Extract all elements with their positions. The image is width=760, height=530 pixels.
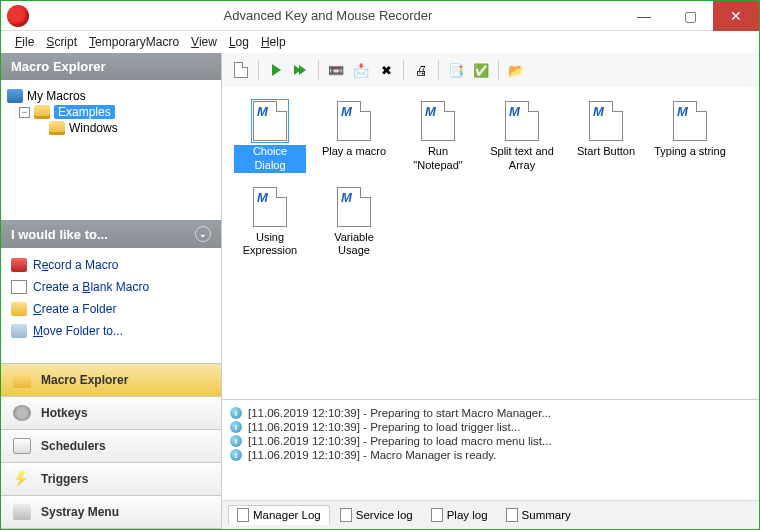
macro-file-icon — [673, 101, 707, 141]
log-body[interactable]: i[11.06.2019 12:10:39] - Preparing to st… — [222, 400, 759, 500]
file-item[interactable]: Using Expression — [232, 183, 308, 263]
action-create-blank[interactable]: Create a Blank Macro — [11, 276, 211, 298]
log-line: i[11.06.2019 12:10:39] - Preparing to st… — [230, 406, 751, 420]
sidebar: Macro Explorer My Macros − Examples Wind… — [1, 53, 222, 529]
file-item[interactable]: Run "Notepad" — [400, 97, 476, 177]
play-all-icon — [296, 65, 306, 75]
move-icon — [11, 324, 27, 338]
nav-hotkeys-label: Hotkeys — [41, 406, 88, 420]
world-icon — [7, 89, 23, 103]
nav-triggers[interactable]: Triggers — [1, 463, 221, 496]
log-tabs: Manager Log Service log Play log Summary — [222, 500, 759, 529]
blank-doc-icon — [11, 280, 27, 294]
nav-list: Macro Explorer Hotkeys Schedulers Trigge… — [1, 363, 221, 529]
app-icon — [7, 5, 29, 27]
file-item[interactable]: Typing a string — [652, 97, 728, 177]
tb-new-doc[interactable] — [230, 59, 252, 81]
macro-file-icon — [505, 101, 539, 141]
file-item[interactable]: Choice Dialog — [232, 97, 308, 177]
tb-folder[interactable]: 📂 — [505, 59, 527, 81]
tree-root[interactable]: My Macros — [7, 88, 215, 104]
nav-schedulers[interactable]: Schedulers — [1, 430, 221, 463]
tb-delete[interactable]: ✖ — [375, 59, 397, 81]
title-bar: Advanced Key and Mouse Recorder — ▢ ✕ — [1, 1, 759, 31]
macro-file-icon — [337, 187, 371, 227]
log-tab-play[interactable]: Play log — [423, 505, 496, 525]
collapse-icon[interactable]: − — [19, 107, 30, 118]
action-create-folder[interactable]: Create a Folder — [11, 298, 211, 320]
nav-systray[interactable]: Systray Menu — [1, 496, 221, 529]
sidebar-header-actions[interactable]: I would like to... ⌄ — [1, 220, 221, 248]
macro-file-icon — [253, 187, 287, 227]
file-item[interactable]: Split text and Array — [484, 97, 560, 177]
minimize-button[interactable]: — — [621, 1, 667, 31]
tree-examples[interactable]: − Examples — [7, 104, 215, 120]
menu-help[interactable]: Help — [257, 33, 290, 51]
menu-temporarymacro[interactable]: TemporaryMacro — [85, 33, 183, 51]
tb-check[interactable]: ✅ — [470, 59, 492, 81]
nav-systray-label: Systray Menu — [41, 505, 119, 519]
macro-tree: My Macros − Examples Windows — [1, 80, 221, 220]
tb-play-all[interactable] — [290, 59, 312, 81]
action-record-macro[interactable]: Record a Macro — [11, 254, 211, 276]
macro-file-icon — [253, 101, 287, 141]
tb-print[interactable]: 🖨 — [410, 59, 432, 81]
file-label: Choice Dialog — [234, 145, 306, 173]
actions-header-label: I would like to... — [11, 227, 108, 242]
nav-triggers-label: Triggers — [41, 472, 88, 486]
nav-explorer-label: Macro Explorer — [41, 373, 128, 387]
file-label: Variable Usage — [318, 231, 390, 259]
log-tab-manager-label: Manager Log — [253, 509, 321, 521]
file-item[interactable]: Start Button — [568, 97, 644, 177]
menu-view[interactable]: View — [187, 33, 221, 51]
info-icon: i — [230, 421, 242, 433]
sidebar-header-label: Macro Explorer — [11, 59, 106, 74]
log-icon — [237, 508, 249, 522]
file-item[interactable]: Play a macro — [316, 97, 392, 177]
folder-icon — [11, 302, 27, 316]
log-line: i[11.06.2019 12:10:39] - Macro Manager i… — [230, 448, 751, 462]
record-icon — [11, 258, 27, 272]
file-item[interactable]: Variable Usage — [316, 183, 392, 263]
tree-root-label: My Macros — [27, 89, 86, 103]
nav-hotkeys[interactable]: Hotkeys — [1, 397, 221, 430]
tb-action-1[interactable]: 📼 — [325, 59, 347, 81]
macro-file-icon — [421, 101, 455, 141]
maximize-button[interactable]: ▢ — [667, 1, 713, 31]
close-button[interactable]: ✕ — [713, 1, 759, 31]
hotkeys-icon — [13, 405, 31, 421]
macro-file-icon — [589, 101, 623, 141]
action-blank-label: Create a Blank Macro — [33, 280, 149, 294]
nav-macro-explorer[interactable]: Macro Explorer — [1, 364, 221, 397]
log-line: i[11.06.2019 12:10:39] - Preparing to lo… — [230, 420, 751, 434]
tree-windows[interactable]: Windows — [7, 120, 215, 136]
play-icon — [272, 64, 281, 76]
log-text: [11.06.2019 12:10:39] - Preparing to loa… — [248, 435, 552, 447]
menu-log[interactable]: Log — [225, 33, 253, 51]
tb-copy[interactable]: 📑 — [445, 59, 467, 81]
log-panel: i[11.06.2019 12:10:39] - Preparing to st… — [222, 399, 759, 529]
menu-bar: File Script TemporaryMacro View Log Help — [1, 31, 759, 53]
log-tab-manager[interactable]: Manager Log — [228, 505, 330, 525]
file-label: Start Button — [577, 145, 635, 159]
log-tab-service[interactable]: Service log — [332, 505, 421, 525]
schedulers-icon — [13, 438, 31, 454]
folder-icon — [34, 105, 50, 119]
menu-script[interactable]: Script — [42, 33, 81, 51]
file-label: Run "Notepad" — [402, 145, 474, 173]
menu-file[interactable]: File — [11, 33, 38, 51]
log-icon — [431, 508, 443, 522]
log-icon — [340, 508, 352, 522]
actions-panel: Record a Macro Create a Blank Macro Crea… — [1, 248, 221, 354]
tb-action-2[interactable]: 📩 — [350, 59, 372, 81]
file-grid: Choice DialogPlay a macroRun "Notepad"Sp… — [232, 97, 749, 262]
file-label: Typing a string — [654, 145, 726, 159]
systray-icon — [13, 504, 31, 520]
info-icon: i — [230, 407, 242, 419]
log-tab-summary[interactable]: Summary — [498, 505, 579, 525]
log-line: i[11.06.2019 12:10:39] - Preparing to lo… — [230, 434, 751, 448]
sidebar-header-explorer: Macro Explorer — [1, 53, 221, 80]
content-area[interactable]: Choice DialogPlay a macroRun "Notepad"Sp… — [222, 87, 759, 399]
tb-play[interactable] — [265, 59, 287, 81]
action-move-folder[interactable]: Move Folder to... — [11, 320, 211, 342]
